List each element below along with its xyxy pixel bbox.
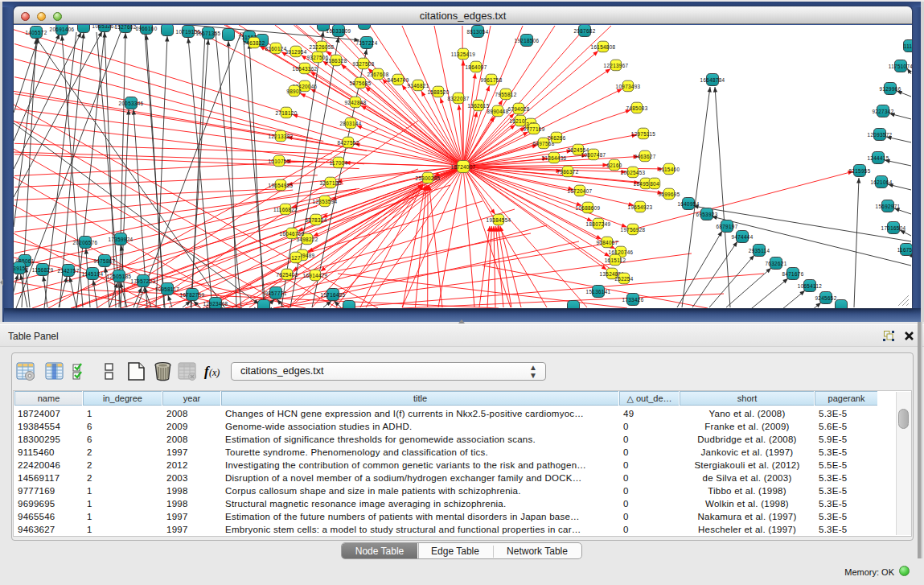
svg-text:8322037: 8322037: [448, 96, 470, 101]
svg-text:10958117: 10958117: [155, 286, 179, 292]
svg-text:127: 127: [291, 255, 301, 261]
svg-text:2803144: 2803144: [340, 121, 362, 126]
svg-text:804: 804: [650, 181, 659, 187]
svg-text:9327508: 9327508: [353, 61, 375, 67]
svg-text:9474444: 9474444: [732, 234, 754, 240]
svg-text:62160: 62160: [606, 163, 622, 168]
svg-text:8813054: 8813054: [467, 29, 489, 35]
svg-text:17957223: 17957223: [131, 278, 156, 284]
svg-text:21364436: 21364436: [542, 155, 567, 161]
svg-text:7632621: 7632621: [766, 261, 787, 266]
svg-text:1615112: 1615112: [605, 257, 626, 263]
svg-text:9961758: 9961758: [481, 77, 503, 83]
svg-text:252254: 252254: [614, 276, 633, 282]
svg-text:8990448: 8990448: [487, 109, 509, 114]
svg-text:9084067: 9084067: [597, 240, 618, 245]
svg-text:16543362: 16543362: [293, 66, 318, 72]
svg-text:1145194: 1145194: [82, 271, 104, 277]
svg-text:16648784: 16648784: [700, 77, 725, 83]
svg-text:9857771: 9857771: [265, 290, 287, 296]
svg-text:1156829: 1156829: [32, 267, 54, 273]
svg-text:5878334: 5878334: [306, 217, 327, 223]
svg-text:1527602: 1527602: [115, 25, 137, 30]
svg-text:7625402: 7625402: [277, 272, 298, 278]
svg-text:25300285: 25300285: [416, 175, 441, 181]
svg-text:746266: 746266: [547, 135, 565, 141]
svg-text:12213382: 12213382: [269, 134, 294, 139]
svg-text:2367608: 2367608: [368, 72, 389, 77]
svg-text:11325419: 11325419: [451, 51, 475, 57]
svg-text:1640954: 1640954: [678, 201, 700, 207]
svg-text:1117: 1117: [904, 43, 912, 49]
svg-text:16671355: 16671355: [196, 31, 221, 36]
svg-text:10688609: 10688609: [576, 205, 601, 211]
svg-text:8186328: 8186328: [326, 58, 347, 64]
svg-text:6953923: 6953923: [696, 212, 718, 217]
svg-text:6794028: 6794028: [508, 106, 530, 112]
svg-text:10807487: 10807487: [581, 152, 606, 158]
svg-text:16033809: 16033809: [326, 28, 351, 34]
svg-text:9975867: 9975867: [94, 258, 116, 264]
svg-text:3498222: 3498222: [297, 237, 318, 242]
svg-text:9227342: 9227342: [873, 109, 894, 114]
svg-text:3912954: 3912954: [285, 49, 307, 55]
svg-text:15692971: 15692971: [876, 204, 901, 209]
svg-text:8471676: 8471676: [782, 271, 804, 277]
svg-text:16914479: 16914479: [303, 273, 328, 278]
svg-text:16120746: 16120746: [609, 249, 634, 255]
svg-text:9115460: 9115460: [659, 167, 680, 172]
svg-text:7986372: 7986372: [557, 169, 579, 175]
svg-text:12975115: 12975115: [631, 131, 655, 137]
svg-text:117004: 117004: [330, 160, 348, 166]
svg-text:11166822: 11166822: [273, 207, 298, 212]
svg-text:3267130: 3267130: [320, 180, 342, 186]
svg-text:1405572: 1405572: [26, 30, 47, 35]
svg-text:2342757: 2342757: [58, 268, 80, 274]
svg-text:116753: 116753: [897, 247, 912, 253]
svg-text:12923468: 12923468: [203, 301, 228, 307]
svg-text:1588520: 1588520: [428, 89, 450, 95]
svg-text:2087682: 2087682: [574, 28, 596, 34]
svg-text:23226058: 23226058: [310, 44, 335, 50]
svg-text:12093572: 12093572: [868, 132, 893, 138]
svg-text:16154808: 16154808: [591, 44, 616, 50]
svg-text:9245652: 9245652: [815, 295, 837, 301]
svg-text:20206576: 20206576: [73, 240, 98, 245]
svg-text:19218506: 19218506: [515, 38, 540, 43]
svg-text:1621064: 1621064: [871, 179, 893, 185]
svg-text:9242848: 9242848: [345, 100, 367, 105]
svg-text:(x): (x): [209, 367, 220, 378]
svg-text:10025453: 10025453: [621, 170, 646, 175]
svg-text:9129966: 9129966: [880, 86, 901, 92]
svg-text:6966160: 6966160: [136, 26, 158, 31]
svg-text:20691406: 20691406: [50, 27, 75, 32]
svg-text:98901: 98901: [286, 89, 302, 94]
svg-text:15716485: 15716485: [321, 292, 346, 298]
svg-text:15136141: 15136141: [586, 289, 611, 295]
svg-text:1864097: 1864097: [466, 64, 487, 70]
svg-text:12505185: 12505185: [107, 274, 132, 279]
svg-text:5875685: 5875685: [350, 80, 372, 86]
svg-text:19756928: 19756928: [621, 227, 646, 233]
svg-text:1362615: 1362615: [468, 103, 490, 109]
svg-text:18724007: 18724007: [451, 164, 476, 170]
svg-text:7955812: 7955812: [495, 92, 517, 97]
svg-text:9699695: 9699695: [659, 192, 680, 197]
svg-text:10654112: 10654112: [798, 283, 822, 289]
svg-text:9146821: 9146821: [408, 83, 429, 89]
svg-text:8427552: 8427552: [338, 140, 359, 146]
svg-text:8160124: 8160124: [265, 46, 287, 51]
svg-text:19654923: 19654923: [628, 204, 653, 210]
svg-text:12353594: 12353594: [313, 199, 338, 204]
svg-text:8215955: 8215955: [849, 168, 871, 174]
svg-text:19654985: 19654985: [269, 183, 294, 188]
svg-text:16782759: 16782759: [180, 292, 205, 298]
svg-text:9777169: 9777169: [524, 126, 545, 132]
svg-text:19384554: 19384554: [487, 217, 511, 223]
svg-text:7357224: 7357224: [356, 40, 378, 46]
svg-text:16046766: 16046766: [280, 231, 305, 237]
svg-text:15720407: 15720407: [568, 188, 593, 194]
svg-text:1733426: 1733426: [622, 297, 644, 303]
svg-text:10973493: 10973493: [616, 84, 641, 89]
svg-text:6879197: 6879197: [717, 224, 738, 229]
